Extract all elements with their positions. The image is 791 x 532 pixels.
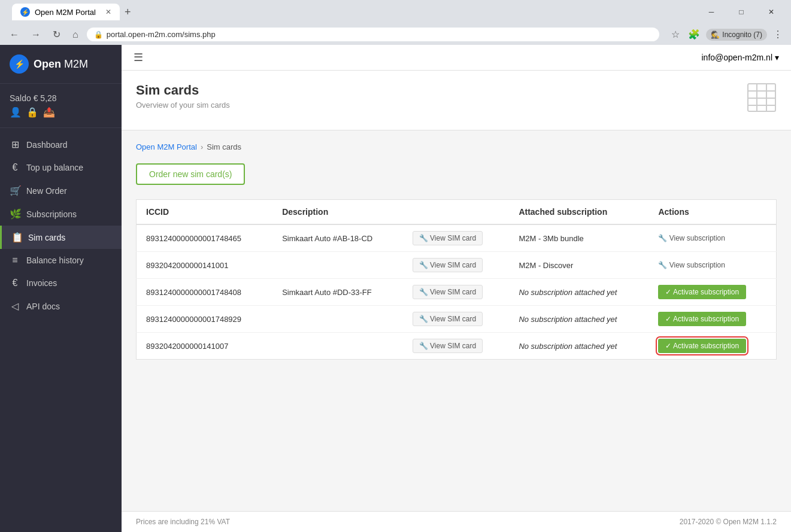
activate-subscription-button[interactable]: ✓ Activate subscription [658,312,746,326]
table-row: 8932042000000141007🔧 View SIM cardNo sub… [137,333,777,360]
cell-action: 🔧 View subscription [648,224,776,252]
back-button[interactable]: ← [6,27,23,42]
home-button[interactable]: ⌂ [69,27,82,42]
maximize-button[interactable]: □ [728,4,755,20]
user-email: info@open-m2m.nl [702,53,773,62]
cell-description: Simkaart Auto #DD-33-FF [272,279,403,306]
page-header: Sim cards Overview of your sim cards [122,71,791,130]
logo-icon: ⚡ [10,54,29,74]
export-icon: 📤 [43,107,55,118]
minimize-button[interactable]: ─ [698,4,725,20]
activate-subscription-button[interactable]: ✓ Activate subscription [658,285,746,299]
view-subscription-button[interactable]: 🔧 View subscription [658,259,725,272]
copyright: 2017-2020 © Open M2M 1.1.2 [680,518,777,526]
incognito-icon: 🕵 [711,31,720,39]
breadcrumb-portal-link[interactable]: Open M2M Portal [136,142,197,151]
breadcrumb: Open M2M Portal › Sim cards [136,142,777,151]
cell-description [272,252,403,279]
page-subtitle: Overview of your sim cards [136,101,230,110]
view-sim-button[interactable]: 🔧 View SIM card [413,339,483,353]
table-row: 8931240000000001748929🔧 View SIM cardNo … [137,306,777,333]
sidebar-item-label: Balance history [26,256,84,265]
close-button[interactable]: ✕ [757,4,785,20]
cell-iccid: 8932042000000141001 [137,252,273,279]
cell-action: ✓ Activate subscription [648,306,776,333]
lock-icon: 🔒 [26,107,38,118]
browser-chrome: ⚡ Open M2M Portal ✕ + ─ □ ✕ ← → ↻ ⌂ 🔒 po… [0,0,791,45]
sidebar-item-label: Subscriptions [26,209,77,219]
view-sim-button[interactable]: 🔧 View SIM card [413,258,483,272]
activate-subscription-button[interactable]: ✓ Activate subscription [658,339,746,353]
active-tab[interactable]: ⚡ Open M2M Portal ✕ [12,4,120,20]
content-area: Sim cards Overview of your sim cards [122,71,791,511]
page-title-group: Sim cards Overview of your sim cards [136,83,230,110]
view-subscription-button[interactable]: 🔧 View subscription [658,232,725,245]
order-sim-button[interactable]: Order new sim card(s) [136,163,245,185]
cell-attached-sub: M2M - Discover [509,252,648,279]
sidebar-nav: ⊞ Dashboard € Top up balance 🛒 New Order… [0,128,122,532]
cell-iccid: 8932042000000141007 [137,333,273,360]
sidebar-item-label: API docs [26,302,60,311]
cell-view-sim: 🔧 View SIM card [403,279,510,306]
sidebar-item-top-up[interactable]: € Top up balance [0,156,122,179]
user-icon: 👤 [10,107,22,118]
window-controls: ─ □ ✕ [698,4,785,20]
cell-attached-sub: M2M - 3Mb bundle [509,224,648,252]
sidebar-item-label: Invoices [26,278,57,288]
cell-iccid: 8931240000000001748929 [137,306,273,333]
sidebar-item-balance-history[interactable]: ≡ Balance history [0,249,122,272]
table-row: 8932042000000141001🔧 View SIM cardM2M - … [137,252,777,279]
sidebar-item-api-docs[interactable]: ◁ API docs [0,294,122,318]
sidebar-item-invoices[interactable]: € Invoices [0,272,122,294]
cell-description [272,333,403,360]
browser-actions: ☆ 🧩 🕵 Incognito (7) ⋮ [669,26,785,42]
tab-close-button[interactable]: ✕ [105,8,111,16]
forward-button[interactable]: → [28,27,44,42]
breadcrumb-current: Sim cards [207,142,241,151]
sidebar-item-label: Dashboard [26,140,68,150]
cell-view-sim: 🔧 View SIM card [403,252,510,279]
url-bar[interactable]: 🔒 portal.open-m2m.com/sims.php [87,28,660,41]
cell-view-sim: 🔧 View SIM card [403,224,510,252]
breadcrumb-separator: › [201,142,203,151]
incognito-label: Incognito (7) [722,31,762,39]
col-actions: Actions [648,200,776,225]
col-description: Description [272,200,403,225]
menu-button[interactable]: ⋮ [771,26,785,42]
main-area: ☰ info@open-m2m.nl ▾ Sim cards Overview … [122,45,791,532]
title-bar: ⚡ Open M2M Portal ✕ + ─ □ ✕ [0,0,791,24]
url-text: portal.open-m2m.com/sims.php [107,30,653,39]
sidebar-item-sim-cards[interactable]: 📋 Sim cards [0,226,122,249]
footer: Prices are including 21% VAT 2017-2020 ©… [122,511,791,532]
table-header-row: ICCID Description Attached subscription … [137,200,777,225]
table-row: 8931240000000001748465Simkaart Auto #AB-… [137,224,777,252]
new-tab-button[interactable]: + [120,6,136,19]
sidebar-item-new-order[interactable]: 🛒 New Order [0,179,122,202]
sidebar-item-dashboard[interactable]: ⊞ Dashboard [0,133,122,156]
sidebar-item-label: Top up balance [26,163,83,172]
lock-icon: 🔒 [94,31,103,39]
simcards-icon: 📋 [11,232,22,243]
col-view-sim [403,200,510,225]
vat-notice: Prices are including 21% VAT [136,518,230,526]
cell-attached-sub: No subscription attached yet [509,333,648,360]
view-sim-button[interactable]: 🔧 View SIM card [413,231,483,245]
sidebar: ⚡ Open M2M Saldo € 5,28 👤 🔒 📤 ⊞ Dashboar… [0,45,122,532]
extension-button[interactable]: 🧩 [686,26,702,42]
top-bar: ☰ info@open-m2m.nl ▾ [122,45,791,71]
sidebar-item-subscriptions[interactable]: 🌿 Subscriptions [0,202,122,226]
dashboard-icon: ⊞ [10,139,20,150]
reload-button[interactable]: ↻ [49,26,64,42]
view-sim-button[interactable]: 🔧 View SIM card [413,285,483,299]
col-iccid: ICCID [137,200,273,225]
cell-description: Simkaart Auto #AB-18-CD [272,224,403,252]
balance-icons: 👤 🔒 📤 [10,107,112,118]
star-button[interactable]: ☆ [669,26,682,42]
order-icon: 🛒 [10,185,20,196]
hamburger-icon[interactable]: ☰ [134,51,143,64]
subscriptions-icon: 🌿 [10,208,20,220]
cell-iccid: 8931240000000001748465 [137,224,273,252]
cell-view-sim: 🔧 View SIM card [403,306,510,333]
view-sim-button[interactable]: 🔧 View SIM card [413,312,483,326]
sidebar-balance-section: Saldo € 5,28 👤 🔒 📤 [0,84,122,128]
